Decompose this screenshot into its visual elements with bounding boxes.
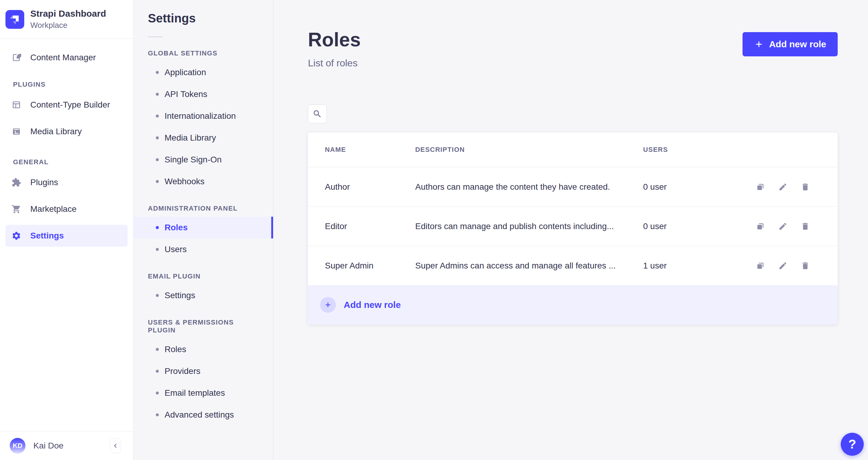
delete-button[interactable]	[801, 261, 810, 270]
subnav-item-internationalization[interactable]: Internationalization	[148, 105, 258, 127]
cart-icon	[11, 204, 21, 214]
sidebar-item-label: Settings	[30, 231, 64, 241]
subnav-item-media-library[interactable]: Media Library	[148, 127, 258, 149]
sidebar-item-marketplace[interactable]: Marketplace	[5, 198, 128, 220]
sidebar-item-content-type-builder[interactable]: Content-Type Builder	[5, 94, 128, 116]
page-header: Roles List of roles Add new role	[308, 0, 838, 69]
plus-circle-icon	[320, 297, 336, 313]
strapi-logo-icon	[5, 10, 24, 29]
page-title: Roles	[308, 29, 361, 50]
user-name: Kai Doe	[33, 441, 64, 451]
subnav-section-users-permissions-plugin: USERS & PERMISSIONS PLUGIN Roles Provide…	[148, 318, 258, 426]
add-new-role-row-label: Add new role	[344, 300, 401, 310]
main-content: Roles List of roles Add new role NAME DE…	[273, 0, 868, 460]
app-subtitle: Workplace	[30, 21, 106, 30]
sidebar-nav: Content Manager PLUGINS Content-Type Bui…	[0, 39, 133, 247]
duplicate-icon	[756, 182, 765, 191]
subnav-item-admin-users[interactable]: Users	[148, 239, 258, 260]
chevron-left-icon	[112, 442, 119, 449]
sidebar-item-label: Media Library	[30, 127, 82, 136]
sidebar-item-label: Content-Type Builder	[30, 100, 110, 110]
subnav-section-administration-panel: ADMINISTRATION PANEL Roles Users	[148, 205, 258, 260]
sidebar-section-plugins: PLUGINS	[5, 81, 128, 89]
edit-button[interactable]	[778, 222, 787, 231]
table-row-editor[interactable]: Editor Editors can manage and publish co…	[308, 206, 838, 246]
subnav-item-single-sign-on[interactable]: Single Sign-On	[148, 149, 258, 171]
cell-users: 1 user	[643, 261, 739, 271]
add-new-role-label: Add new role	[769, 39, 826, 50]
subnav-item-advanced-settings[interactable]: Advanced settings	[148, 404, 258, 426]
add-new-role-button[interactable]: Add new role	[743, 32, 838, 56]
table-header-name: NAME	[325, 146, 415, 154]
subnav-item-api-tokens[interactable]: API Tokens	[148, 83, 258, 105]
sidebar-section-general: GENERAL	[5, 158, 128, 166]
sidebar-item-label: Content Manager	[30, 53, 96, 62]
edit-button[interactable]	[778, 182, 787, 191]
cell-description: Editors can manage and publish contents …	[415, 221, 643, 231]
settings-subnav: Settings GLOBAL SETTINGS Application API…	[133, 0, 273, 460]
pencil-icon	[778, 182, 787, 191]
subnav-item-webhooks[interactable]: Webhooks	[148, 171, 258, 192]
sidebar-item-content-manager[interactable]: Content Manager	[5, 47, 128, 68]
pencil-icon	[778, 261, 787, 270]
subnav-title: Settings	[148, 11, 258, 26]
subnav-item-application[interactable]: Application	[148, 62, 258, 83]
subnav-section-global-settings: GLOBAL SETTINGS Application API Tokens I…	[148, 50, 258, 192]
subnav-section-title: EMAIL PLUGIN	[148, 272, 258, 280]
subnav-section-title: USERS & PERMISSIONS PLUGIN	[148, 318, 258, 334]
puzzle-icon	[11, 178, 21, 187]
sidebar-item-settings[interactable]: Settings	[5, 225, 128, 247]
subnav-item-email-templates[interactable]: Email templates	[148, 382, 258, 404]
trash-icon	[801, 182, 810, 191]
subnav-item-admin-roles[interactable]: Roles	[133, 217, 273, 239]
table-header-row: NAME DESCRIPTION USERS	[308, 132, 838, 167]
subnav-divider	[148, 36, 162, 37]
collapse-sidebar-button[interactable]	[110, 438, 121, 453]
duplicate-button[interactable]	[756, 261, 765, 270]
cell-description: Super Admins can access and manage all f…	[415, 261, 643, 271]
sidebar-item-label: Marketplace	[30, 204, 77, 214]
question-mark-icon: ?	[848, 437, 856, 452]
app-title: Strapi Dashboard	[30, 8, 106, 19]
sidebar-item-label: Plugins	[30, 178, 58, 187]
user-menu[interactable]: KD Kai Doe	[10, 438, 110, 454]
trash-icon	[801, 222, 810, 231]
search-button[interactable]	[308, 104, 327, 123]
subnav-item-email-settings[interactable]: Settings	[148, 284, 258, 306]
table-header-users: USERS	[643, 146, 739, 154]
edit-button[interactable]	[778, 261, 787, 270]
cell-name: Super Admin	[325, 261, 415, 271]
add-new-role-row[interactable]: Add new role	[308, 285, 838, 325]
sidebar-footer: KD Kai Doe	[0, 431, 133, 460]
duplicate-icon	[756, 261, 765, 270]
subnav-section-title: GLOBAL SETTINGS	[148, 50, 258, 57]
layout-icon	[11, 100, 21, 110]
roles-table: NAME DESCRIPTION USERS Author Authors ca…	[308, 132, 838, 325]
cell-name: Author	[325, 182, 415, 192]
plus-icon	[754, 39, 764, 49]
page-subtitle: List of roles	[308, 58, 361, 69]
table-header-description: DESCRIPTION	[415, 146, 643, 154]
table-row-author[interactable]: Author Authors can manage the content th…	[308, 167, 838, 206]
search-icon	[312, 109, 322, 119]
table-row-super-admin[interactable]: Super Admin Super Admins can access and …	[308, 246, 838, 285]
subnav-item-up-roles[interactable]: Roles	[148, 338, 258, 360]
trash-icon	[801, 261, 810, 270]
subnav-item-providers[interactable]: Providers	[148, 360, 258, 382]
subnav-section-email-plugin: EMAIL PLUGIN Settings	[148, 272, 258, 306]
pencil-icon	[778, 222, 787, 231]
sidebar-item-media-library[interactable]: Media Library	[5, 121, 128, 143]
help-button[interactable]: ?	[841, 433, 864, 456]
main-sidebar: Strapi Dashboard Workplace Content Manag…	[0, 0, 133, 460]
duplicate-button[interactable]	[756, 222, 765, 231]
delete-button[interactable]	[801, 182, 810, 191]
feather-icon	[11, 53, 21, 62]
duplicate-button[interactable]	[756, 182, 765, 191]
cell-name: Editor	[325, 221, 415, 231]
cell-users: 0 user	[643, 221, 739, 231]
subnav-section-title: ADMINISTRATION PANEL	[148, 205, 258, 212]
delete-button[interactable]	[801, 222, 810, 231]
avatar: KD	[10, 438, 26, 454]
duplicate-icon	[756, 222, 765, 231]
sidebar-item-plugins[interactable]: Plugins	[5, 172, 128, 193]
